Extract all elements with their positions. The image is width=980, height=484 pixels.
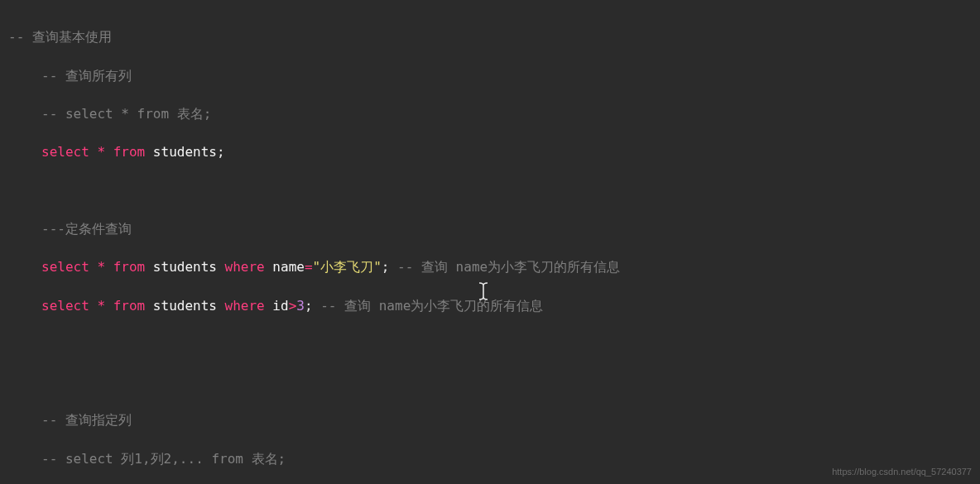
comment: -- 查询指定列 (41, 412, 132, 428)
string-literal: "小李飞刀" (313, 259, 382, 275)
code-line: select * from students where id>3; -- 查询… (0, 296, 980, 315)
identifier: id (265, 298, 289, 314)
comment: -- 查询 name为小李飞刀的所有信息 (313, 298, 544, 314)
operator: * (89, 259, 113, 275)
code-line: select * from students; (0, 142, 980, 161)
blank-line (0, 334, 980, 353)
identifier: students (145, 259, 224, 275)
comment: -- 查询 name为小李飞刀的所有信息 (389, 259, 620, 275)
watermark: https://blog.csdn.net/qq_57240377 (832, 466, 972, 479)
code-line: -- 查询所有列 (0, 66, 980, 85)
identifier: name (265, 259, 305, 275)
sql-keyword: from (113, 144, 146, 160)
punct: ; (217, 144, 225, 160)
sql-keyword: where (225, 298, 265, 314)
comment: -- 查询所有列 (41, 68, 132, 84)
operator: > (289, 298, 297, 314)
sql-keyword: select (41, 259, 89, 275)
comment: -- select 列1,列2,... from 表名; (41, 451, 286, 467)
operator: * (89, 144, 113, 160)
sql-keyword: select (41, 144, 89, 160)
identifier: students (145, 144, 217, 160)
sql-keyword: from (113, 298, 146, 314)
sql-keyword: where (225, 259, 265, 275)
number-literal: 3 (296, 298, 305, 314)
code-line: -- 查询指定列 (0, 410, 980, 429)
identifier: students (145, 298, 224, 314)
operator: = (305, 259, 313, 275)
code-line: -- 查询基本使用 (0, 27, 980, 46)
blank-line (0, 181, 980, 200)
code-line: -- select * from 表名; (0, 104, 980, 123)
operator: * (89, 298, 113, 314)
punct: ; (305, 298, 313, 314)
code-line: select * from students where name="小李飞刀"… (0, 257, 980, 276)
code-editor[interactable]: -- 查询基本使用 -- 查询所有列 -- select * from 表名; … (0, 8, 980, 484)
comment: ---定条件查询 (41, 221, 132, 237)
sql-keyword: select (41, 298, 89, 314)
sql-keyword: from (113, 259, 146, 275)
comment: -- select * from 表名; (41, 106, 211, 122)
code-line: ---定条件查询 (0, 219, 980, 238)
comment: -- 查询基本使用 (8, 29, 112, 45)
blank-line (0, 372, 980, 391)
punct: ; (382, 259, 390, 275)
